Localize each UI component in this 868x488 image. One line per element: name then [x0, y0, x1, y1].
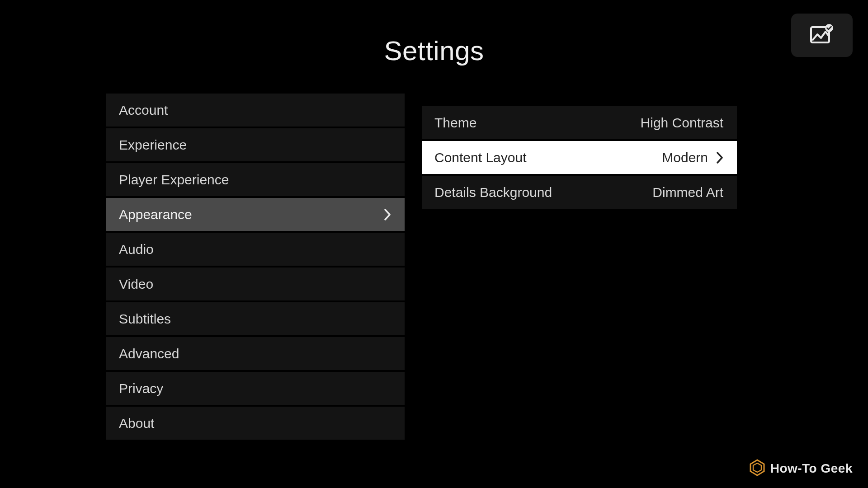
- sidebar-item-label: About: [119, 416, 154, 431]
- sidebar-item-experience[interactable]: Experience: [106, 128, 405, 161]
- sidebar-item-advanced[interactable]: Advanced: [106, 337, 405, 370]
- detail-row-label: Details Background: [434, 185, 552, 200]
- howtogeek-logo-icon: [749, 459, 766, 478]
- sidebar-item-subtitles[interactable]: Subtitles: [106, 302, 405, 335]
- detail-row-value: Dimmed Art: [652, 185, 723, 200]
- sidebar-item-label: Audio: [119, 242, 154, 257]
- chevron-right-icon: [716, 152, 723, 164]
- svg-marker-3: [753, 463, 761, 472]
- sidebar-item-label: Video: [119, 277, 153, 292]
- sidebar-item-label: Player Experience: [119, 172, 229, 188]
- image-check-badge[interactable]: [791, 14, 853, 57]
- sidebar-item-audio[interactable]: Audio: [106, 233, 405, 266]
- sidebar-item-about[interactable]: About: [106, 407, 405, 440]
- sidebar-item-player-experience[interactable]: Player Experience: [106, 163, 405, 196]
- watermark: How-To Geek: [749, 459, 853, 478]
- chevron-right-icon: [384, 209, 391, 221]
- sidebar-item-label: Advanced: [119, 346, 179, 361]
- detail-row-content-layout[interactable]: Content Layout Modern: [422, 141, 737, 174]
- sidebar-item-privacy[interactable]: Privacy: [106, 372, 405, 405]
- svg-marker-2: [750, 460, 764, 475]
- settings-sidebar: Account Experience Player Experience App…: [106, 94, 405, 440]
- detail-row-value: Modern: [662, 150, 708, 165]
- detail-row-value: High Contrast: [641, 115, 723, 131]
- detail-row-theme[interactable]: Theme High Contrast: [422, 106, 737, 139]
- sidebar-item-label: Appearance: [119, 207, 192, 222]
- detail-row-label: Theme: [434, 115, 476, 131]
- sidebar-item-video[interactable]: Video: [106, 267, 405, 300]
- settings-content: Account Experience Player Experience App…: [0, 66, 868, 440]
- sidebar-item-label: Subtitles: [119, 311, 171, 327]
- sidebar-item-label: Privacy: [119, 381, 163, 396]
- sidebar-item-account[interactable]: Account: [106, 94, 405, 127]
- page-title: Settings: [0, 0, 868, 66]
- watermark-text: How-To Geek: [770, 461, 853, 476]
- detail-row-details-background[interactable]: Details Background Dimmed Art: [422, 176, 737, 209]
- image-check-icon: [810, 23, 834, 47]
- detail-row-label: Content Layout: [434, 150, 526, 165]
- appearance-detail-panel: Theme High Contrast Content Layout Moder…: [422, 106, 737, 440]
- sidebar-item-label: Account: [119, 103, 168, 118]
- sidebar-item-label: Experience: [119, 137, 187, 153]
- sidebar-item-appearance[interactable]: Appearance: [106, 198, 405, 231]
